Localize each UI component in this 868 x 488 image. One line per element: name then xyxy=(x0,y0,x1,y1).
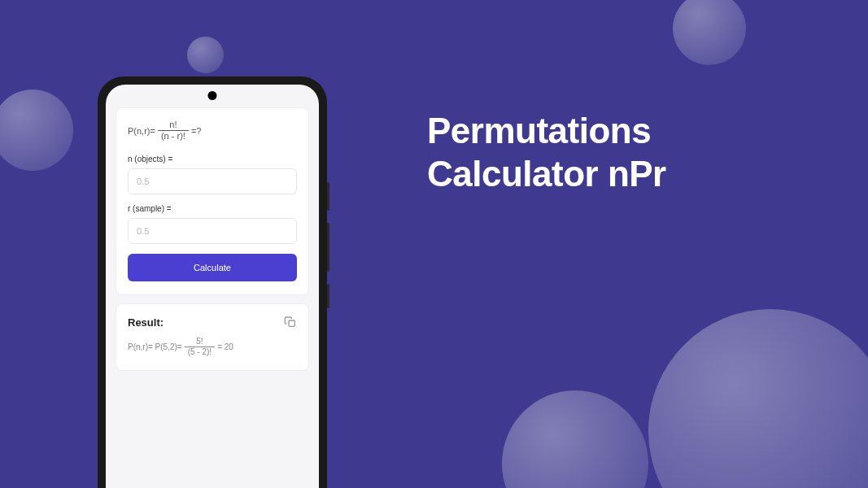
headline-line1: Permutations xyxy=(427,110,666,153)
phone-side-button xyxy=(327,182,329,211)
result-value: = 20 xyxy=(217,342,233,351)
headline-line2: Calculator nPr xyxy=(427,153,666,196)
n-objects-input[interactable] xyxy=(128,168,297,194)
page-title: Permutations Calculator nPr xyxy=(427,110,666,196)
phone-screen: P(n,r)= n! (n - r)! =? n (objects) = r (… xyxy=(106,85,319,488)
result-header: Result: xyxy=(128,316,297,329)
result-numerator: 5! xyxy=(193,337,206,346)
copy-icon[interactable] xyxy=(284,316,297,329)
result-card: Result: P(n,r)= P(5,2)= 5! (5 - 2)! = 20 xyxy=(116,303,309,371)
formula-display: P(n,r)= n! (n - r)! =? xyxy=(128,120,297,142)
formula-denominator: (n - r)! xyxy=(158,130,189,142)
r-sample-input[interactable] xyxy=(128,218,297,244)
decorative-sphere xyxy=(187,37,224,73)
formula-numerator: n! xyxy=(166,120,180,130)
decorative-sphere xyxy=(0,89,73,171)
phone-mockup: P(n,r)= n! (n - r)! =? n (objects) = r (… xyxy=(98,76,327,488)
result-fraction: 5! (5 - 2)! xyxy=(185,337,215,357)
phone-side-button xyxy=(327,284,329,308)
calculator-card: P(n,r)= n! (n - r)! =? n (objects) = r (… xyxy=(116,107,309,295)
result-title: Result: xyxy=(128,316,164,329)
calculate-button[interactable]: Calculate xyxy=(128,254,297,281)
result-expression: P(n,r)= P(5,2)= 5! (5 - 2)! = 20 xyxy=(128,337,297,357)
decorative-sphere xyxy=(648,309,868,488)
svg-rect-0 xyxy=(289,320,294,326)
n-objects-label: n (objects) = xyxy=(128,155,297,163)
decorative-sphere xyxy=(673,0,746,65)
formula-lhs: P(n,r)= xyxy=(128,126,155,136)
r-sample-label: r (sample) = xyxy=(128,204,297,213)
phone-side-button xyxy=(327,223,329,272)
result-prefix: P(n,r)= P(5,2)= xyxy=(128,342,182,351)
result-denominator: (5 - 2)! xyxy=(185,346,215,357)
formula-rhs: =? xyxy=(191,126,202,136)
decorative-sphere xyxy=(502,390,648,488)
formula-fraction: n! (n - r)! xyxy=(158,120,189,142)
